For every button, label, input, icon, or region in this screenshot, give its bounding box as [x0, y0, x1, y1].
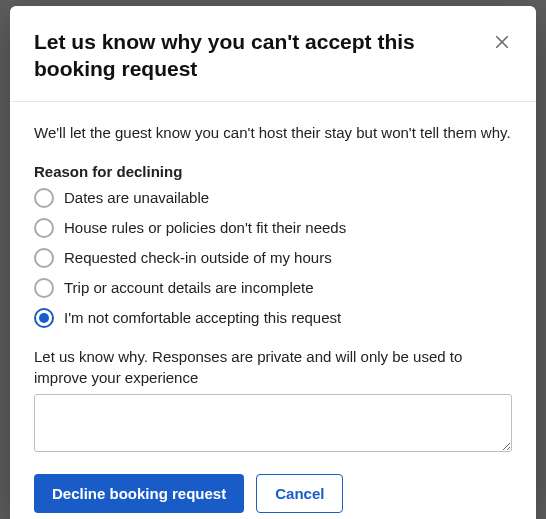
- reason-textarea[interactable]: [34, 394, 512, 452]
- button-row: Decline booking request Cancel: [34, 474, 512, 513]
- intro-text: We'll let the guest know you can't host …: [34, 124, 512, 141]
- radio-icon: [34, 278, 54, 298]
- reason-option-dates-unavailable[interactable]: Dates are unavailable: [34, 188, 512, 208]
- decline-booking-modal: Let us know why you can't accept this bo…: [10, 6, 536, 519]
- radio-label: I'm not comfortable accepting this reque…: [64, 309, 341, 326]
- radio-label: Trip or account details are incomplete: [64, 279, 314, 296]
- modal-title: Let us know why you can't accept this bo…: [34, 28, 512, 83]
- textarea-label: Let us know why. Responses are private a…: [34, 346, 512, 388]
- radio-icon: [34, 218, 54, 238]
- cancel-button[interactable]: Cancel: [256, 474, 343, 513]
- decline-button[interactable]: Decline booking request: [34, 474, 244, 513]
- reason-heading: Reason for declining: [34, 163, 512, 180]
- modal-body: We'll let the guest know you can't host …: [10, 102, 536, 519]
- modal-header: Let us know why you can't accept this bo…: [10, 6, 536, 102]
- close-icon: [493, 33, 511, 51]
- radio-icon: [34, 308, 54, 328]
- radio-label: House rules or policies don't fit their …: [64, 219, 346, 236]
- reason-option-checkin-hours[interactable]: Requested check-in outside of my hours: [34, 248, 512, 268]
- reason-option-incomplete-details[interactable]: Trip or account details are incomplete: [34, 278, 512, 298]
- radio-label: Dates are unavailable: [64, 189, 209, 206]
- radio-icon: [34, 188, 54, 208]
- radio-label: Requested check-in outside of my hours: [64, 249, 332, 266]
- reason-option-not-comfortable[interactable]: I'm not comfortable accepting this reque…: [34, 308, 512, 328]
- close-button[interactable]: [488, 28, 516, 56]
- reason-option-house-rules[interactable]: House rules or policies don't fit their …: [34, 218, 512, 238]
- reason-radio-group: Dates are unavailable House rules or pol…: [34, 188, 512, 328]
- radio-icon: [34, 248, 54, 268]
